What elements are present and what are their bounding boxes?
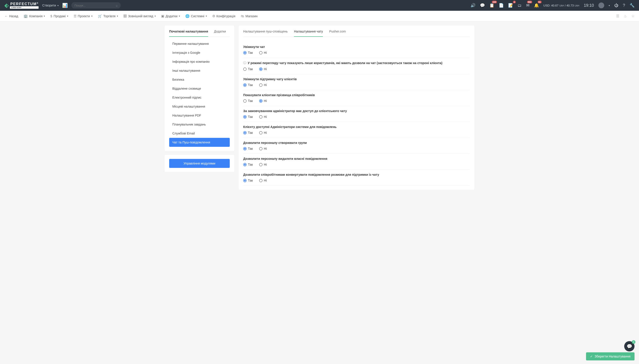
content-tab[interactable]: Pusher.com bbox=[329, 30, 346, 37]
radio-option-no[interactable]: Ні bbox=[259, 67, 267, 71]
help-icon[interactable]: ? bbox=[623, 3, 625, 8]
notes-icon[interactable]: 📝4 bbox=[508, 3, 513, 8]
sound-icon[interactable]: 🔊 bbox=[471, 3, 475, 8]
sidebar-item[interactable]: Інтеграція з Google bbox=[169, 48, 230, 57]
tools-icon[interactable]: 🔧 bbox=[629, 3, 634, 8]
sidebar-item[interactable]: Інші налаштування bbox=[169, 66, 230, 75]
radio-option-no[interactable]: Ні bbox=[259, 83, 267, 87]
star-icon[interactable]: ☆ bbox=[631, 14, 634, 18]
radio-icon bbox=[243, 131, 247, 134]
sidebar-item[interactable]: Місцеві налаштування bbox=[169, 102, 230, 111]
radio-option-yes[interactable]: Так bbox=[243, 83, 253, 87]
nav-addons[interactable]: ▣Додатки▾ bbox=[161, 14, 180, 18]
sidebar-tabs: Початкові налаштування Додатки bbox=[169, 30, 230, 37]
nav-shop[interactable]: 🛍Магазин bbox=[241, 14, 257, 18]
radio-option-no[interactable]: Ні bbox=[259, 99, 267, 103]
radio-option-yes[interactable]: Так bbox=[243, 163, 253, 166]
tasks-icon[interactable]: 📋249 bbox=[489, 3, 494, 8]
modules-panel: Управління модулями bbox=[165, 155, 234, 172]
radio-option-yes[interactable]: Так bbox=[243, 115, 253, 118]
sidebar-item[interactable]: Безпека bbox=[169, 75, 230, 84]
radio-icon bbox=[243, 99, 247, 103]
nav-system[interactable]: 🌐Системні▾ bbox=[185, 14, 207, 18]
setting-label: Показувати клієнтам прізвища співробітни… bbox=[243, 93, 470, 97]
radio-group: ТакНі bbox=[243, 115, 470, 118]
sidebar-item[interactable]: Чат та Пуш-повідомлення bbox=[169, 138, 230, 147]
help-icon[interactable]: ⓘ bbox=[243, 61, 246, 65]
radio-option-yes[interactable]: Так bbox=[243, 131, 253, 134]
radio-option-no[interactable]: Ні bbox=[259, 51, 267, 54]
chevron-down-icon: ▾ bbox=[206, 15, 207, 17]
radio-option-no[interactable]: Ні bbox=[259, 115, 267, 118]
radio-icon bbox=[259, 147, 262, 150]
chevron-down-icon: ▾ bbox=[67, 15, 68, 17]
nav-trade[interactable]: 🛒Торгівля▾ bbox=[98, 14, 118, 18]
analytics-icon[interactable]: 📊 bbox=[62, 3, 68, 8]
radio-option-yes[interactable]: Так bbox=[243, 99, 253, 103]
sidebar-item[interactable]: Інформація про компанію bbox=[169, 57, 230, 66]
sidebar-item[interactable]: Електронний підпис bbox=[169, 93, 230, 102]
content-tab[interactable]: Налаштування пуш-сповіщень bbox=[243, 30, 288, 37]
radio-option-yes[interactable]: Так bbox=[243, 147, 253, 150]
search-icon[interactable]: ⌕ bbox=[116, 4, 118, 7]
radio-icon bbox=[243, 163, 247, 166]
nav-back[interactable]: ←Назад bbox=[5, 14, 18, 18]
radio-icon bbox=[259, 51, 262, 54]
radio-option-no[interactable]: Ні bbox=[259, 147, 267, 150]
folder-icon[interactable]: 🗂 bbox=[518, 3, 522, 8]
modules-button[interactable]: Управління модулями bbox=[169, 159, 230, 168]
chevron-down-icon: ▾ bbox=[179, 15, 180, 17]
sidebar-item[interactable]: Віддалене сховище bbox=[169, 84, 230, 93]
sidebar-tab-initial[interactable]: Початкові налаштування bbox=[169, 30, 208, 37]
chevron-down-icon: ▾ bbox=[44, 15, 45, 17]
logo-text: PERFECTUM bbox=[10, 2, 37, 6]
logo[interactable]: ⬖ PERFECTUM® CRM+ERP bbox=[5, 2, 39, 8]
create-button[interactable]: Створити ▾ bbox=[42, 4, 58, 7]
radio-icon bbox=[259, 84, 262, 87]
search-input[interactable] bbox=[75, 4, 114, 7]
nav-company[interactable]: 🏢Компанія▾ bbox=[24, 14, 45, 18]
power-icon[interactable]: ⏻ bbox=[614, 3, 618, 8]
radio-option-no[interactable]: Ні bbox=[259, 131, 267, 134]
sidebar-panel: Початкові налаштування Додатки Первинне … bbox=[165, 26, 234, 151]
radio-icon bbox=[259, 68, 262, 71]
setting-label: Увімкнути підтримку чату клієнтів bbox=[243, 77, 470, 81]
nav-config[interactable]: ⚙Конфігурація bbox=[212, 14, 236, 18]
header-icons: 🔊 💬 📋249 📄 📝4 🗂 ✉964 🔔61 USD: 40.67 UAH … bbox=[471, 2, 634, 8]
bell-icon[interactable]: 🔔61 bbox=[534, 3, 539, 8]
avatar[interactable] bbox=[598, 2, 604, 8]
mail-icon[interactable]: ✉964 bbox=[526, 3, 529, 8]
nav-projects[interactable]: ☰Проекти▾ bbox=[74, 14, 92, 18]
sidebar-item[interactable]: Налаштування PDF bbox=[169, 111, 230, 120]
content-panel: Налаштування пуш-сповіщеньНалаштування ч… bbox=[239, 26, 474, 190]
setting-label: Дозволити співробітникам конвертувати по… bbox=[243, 173, 470, 176]
building-icon: 🏢 bbox=[24, 14, 28, 18]
sidebar-item[interactable]: Планувальник завдань bbox=[169, 120, 230, 129]
sliders-icon: ⚙ bbox=[212, 14, 215, 18]
search-box[interactable]: ⌕ bbox=[71, 2, 121, 8]
stack-icon[interactable]: ☰ bbox=[616, 14, 619, 18]
avatar-chevron-icon[interactable]: ▾ bbox=[609, 4, 610, 7]
setting-label: Клієнту доступні Адміністратори системи … bbox=[243, 125, 470, 129]
radio-option-no[interactable]: Ні bbox=[259, 179, 267, 182]
radio-icon bbox=[259, 115, 262, 118]
fire-icon[interactable]: ♨ bbox=[624, 14, 627, 18]
nav-appearance[interactable]: 🖼Зовнішній вигляд▾ bbox=[123, 14, 156, 18]
sidebar-item[interactable]: Первинне налаштування bbox=[169, 39, 230, 48]
sidebar-item[interactable]: Службові Email bbox=[169, 129, 230, 138]
content-tab[interactable]: Налаштування чату bbox=[294, 30, 323, 37]
radio-option-no[interactable]: Ні bbox=[259, 163, 267, 166]
radio-option-yes[interactable]: Так bbox=[243, 51, 253, 54]
radio-group: ТакНі bbox=[243, 51, 470, 54]
shop-icon: 🛍 bbox=[241, 14, 244, 18]
nav-right: ☰ ♨ ☆ bbox=[616, 14, 634, 18]
nav-sales[interactable]: $Продажі▾ bbox=[50, 14, 68, 18]
sidebar-tab-addons[interactable]: Додатки bbox=[214, 30, 226, 37]
radio-option-yes[interactable]: Так bbox=[243, 67, 253, 71]
chat-icon[interactable]: 💬 bbox=[480, 3, 485, 8]
radio-option-yes[interactable]: Так bbox=[243, 179, 253, 182]
arrow-left-icon: ← bbox=[5, 14, 8, 18]
clipboard-icon[interactable]: 📄 bbox=[499, 3, 504, 8]
setting-row: Клієнту доступні Адміністратори системи … bbox=[243, 122, 470, 138]
radio-icon bbox=[243, 179, 247, 182]
